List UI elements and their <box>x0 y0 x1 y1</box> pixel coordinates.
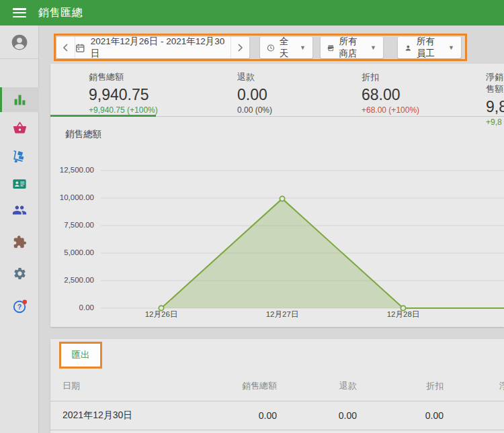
table-row[interactable]: 2021年12月30日0.000.000.00 <box>50 401 504 430</box>
account-icon <box>11 34 28 51</box>
daily-summary-panel: 匯出 日期銷售總額退款折扣淨銷售額 2021年12月30日0.000.000.0… <box>50 339 504 433</box>
x-tick-label: 12月28日 <box>376 309 430 320</box>
sidebar-item-reports[interactable] <box>0 87 39 112</box>
caret-down-icon: ▼ <box>300 44 306 51</box>
date-range-label: 2021年12月26日 - 2021年12月30日 <box>91 36 230 60</box>
sidebar-item-settings[interactable] <box>0 261 39 286</box>
contact-card-icon <box>12 177 27 191</box>
employee-filter-dropdown[interactable]: 所有員工 ▼ <box>398 37 461 58</box>
column-header: 銷售總額 <box>242 380 277 392</box>
column-header: 淨銷售額 <box>499 380 504 392</box>
gear-icon <box>13 267 27 281</box>
column-header: 折扣 <box>426 380 444 392</box>
prev-date-button[interactable] <box>56 37 75 58</box>
time-filter-label: 全天 <box>280 36 294 60</box>
calendar-icon <box>75 43 85 53</box>
hamburger-menu-icon[interactable] <box>13 8 26 17</box>
sidebar-item-employees[interactable] <box>0 197 39 222</box>
store-filter-label: 所有商店 <box>339 36 364 60</box>
chart-title: 銷售總額 <box>65 128 101 140</box>
y-tick-label: 7,500.00 <box>52 221 94 229</box>
time-filter-dropdown[interactable]: 全天 ▼ <box>260 37 312 58</box>
sidebar-item-items[interactable] <box>0 115 39 140</box>
x-tick-label: 12月26日 <box>134 309 188 320</box>
store-icon <box>327 43 334 53</box>
y-tick-label: 2,500.00 <box>52 276 94 284</box>
y-tick-label: 0.00 <box>52 303 94 311</box>
row-value-cell: 0.00 <box>425 410 444 421</box>
stat-tab-net-sales[interactable]: 淨銷售額 9,8 +9,8 <box>486 71 504 127</box>
row-value-cell: 0.00 <box>339 410 357 421</box>
row-value-cell: 0.00 <box>259 410 277 421</box>
employee-filter-label: 所有員工 <box>417 36 442 60</box>
date-range-button[interactable]: 2021年12月26日 - 2021年12月30日 <box>75 37 231 58</box>
row-date-cell: 2021年12月30日 <box>62 410 132 422</box>
chevron-left-icon <box>62 44 69 52</box>
table-header-row: 日期銷售總額退款折扣淨銷售額 <box>50 371 504 401</box>
data-point-marker[interactable] <box>280 196 284 201</box>
sidebar-item-inventory[interactable] <box>0 144 39 169</box>
next-date-button[interactable] <box>231 37 249 58</box>
column-header: 退款 <box>339 380 357 392</box>
person-icon <box>405 43 412 53</box>
sidebar-item-account[interactable] <box>0 26 39 59</box>
stat-tab-gross-sales[interactable]: 銷售總額 9,940.75 +9,940.75 (+100%) <box>89 71 158 115</box>
x-tick-label: 12月27日 <box>255 309 309 320</box>
sidebar-nav: ? <box>0 26 39 433</box>
store-filter-dropdown[interactable]: 所有商店 ▼ <box>321 37 383 58</box>
export-button[interactable]: 匯出 <box>59 342 102 369</box>
stats-tab-row: 銷售總額 9,940.75 +9,940.75 (+100%) 退款 0.00 … <box>50 64 504 117</box>
hand-truck-icon <box>12 149 27 164</box>
export-button-label: 匯出 <box>72 349 90 361</box>
sales-chart-svg <box>50 164 504 322</box>
sales-summary-panel: 銷售總額 9,940.75 +9,940.75 (+100%) 退款 0.00 … <box>50 64 504 327</box>
active-tab-underline <box>50 115 156 117</box>
y-tick-label: 12,500.00 <box>52 166 94 174</box>
bar-chart-icon <box>13 93 27 107</box>
people-icon <box>12 203 27 218</box>
column-header: 日期 <box>62 380 80 392</box>
caret-down-icon: ▼ <box>370 44 376 51</box>
clock-icon <box>267 43 275 53</box>
date-range-picker: 2021年12月26日 - 2021年12月30日 <box>56 37 249 58</box>
sidebar-item-support[interactable]: ? <box>0 294 39 319</box>
help-icon: ? <box>12 299 28 314</box>
caret-down-icon: ▼ <box>448 44 454 51</box>
y-tick-label: 5,000.00 <box>52 248 94 256</box>
chevron-right-icon <box>237 44 243 52</box>
puzzle-icon <box>13 235 27 249</box>
page-title: 銷售匯總 <box>38 6 83 20</box>
stat-tab-refunds[interactable]: 退款 0.00 0.00 (0%) <box>237 71 272 115</box>
stat-tab-discounts[interactable]: 折扣 68.00 +68.00 (+100%) <box>362 71 419 115</box>
y-tick-label: 10,000.00 <box>52 193 94 201</box>
basket-icon <box>13 121 27 135</box>
sidebar-item-customers[interactable] <box>0 171 39 196</box>
svg-text:?: ? <box>17 303 21 311</box>
top-app-bar: 銷售匯總 <box>0 0 504 26</box>
sidebar-item-apps[interactable] <box>0 230 39 254</box>
